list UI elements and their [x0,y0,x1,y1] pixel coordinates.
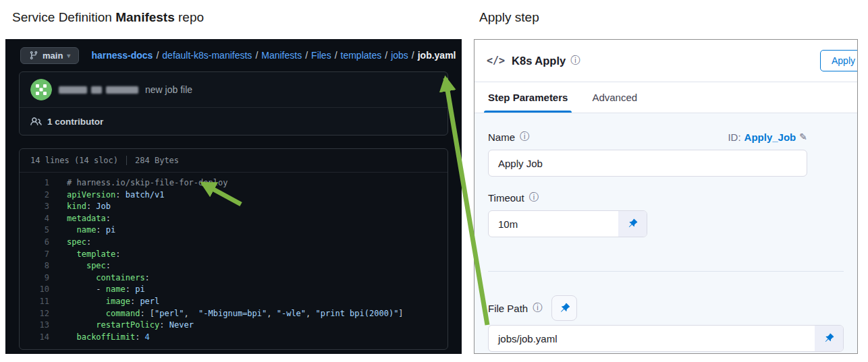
id-value-link[interactable]: Apply_Job [744,131,796,143]
timeout-pin-button[interactable] [618,211,647,237]
file-path-input-pin-button[interactable] [815,326,843,351]
code-content: kind: Job [67,201,111,213]
line-number[interactable]: 1 [20,177,49,189]
code-line: 3kind: Job [20,201,447,213]
code-line: 4metadata: [20,213,447,225]
breadcrumb-link[interactable]: default-k8s-manifests [162,50,252,61]
line-number[interactable]: 13 [20,320,49,332]
breadcrumb-separator: / [412,50,414,61]
info-icon[interactable]: ⓘ [520,131,529,143]
step-title: K8s Apply [512,55,566,67]
tab-advanced[interactable]: Advanced [592,82,637,113]
left-heading: Service Definition Manifests repo [12,10,204,25]
pin-icon [823,332,835,344]
breadcrumb-current-file: job.yaml [418,50,456,61]
people-icon [30,116,42,127]
line-number[interactable]: 2 [20,189,49,202]
branch-selector-button[interactable]: main ▾ [20,47,79,64]
github-topbar: main ▾ harness-docs/default-k8s-manifest… [5,39,462,71]
file-path-label: File Path [488,303,528,314]
breadcrumb-link[interactable]: jobs [391,50,408,61]
code-line: 12 command: ["perl", "-Mbignum=bpi", "-w… [20,308,447,320]
line-number[interactable]: 9 [20,272,49,284]
line-number[interactable]: 14 [20,332,49,344]
name-input[interactable]: Apply Job [488,150,807,177]
git-branch-icon [29,51,38,60]
code-line: 1# harness.io/skip-file-for-deploy [20,177,447,189]
code-content: spec: [67,237,91,249]
line-number[interactable]: 4 [20,213,49,225]
github-file-panel: main ▾ harness-docs/default-k8s-manifest… [5,39,462,354]
breadcrumb-link[interactable]: templates [341,50,382,61]
code-line: 9 containers: [20,272,447,284]
code-content: # harness.io/skip-file-for-deploy [67,177,227,189]
code-line: 14 backoffLimit: 4 [20,332,447,344]
breadcrumb: harness-docs/default-k8s-manifests/Manif… [91,50,456,61]
code-content: image: perl [67,296,159,308]
breadcrumb-link[interactable]: Files [311,50,331,61]
file-lines-count: 14 lines (14 sloc) [30,156,118,165]
info-icon[interactable]: ⓘ [570,55,580,67]
timeout-input[interactable]: 10m [488,210,647,237]
code-step-icon: </> [487,55,505,67]
code-content: command: ["perl", "-Mbignum=bpi", "-wle"… [67,308,404,320]
timeout-input-value: 10m [489,218,618,230]
commit-message-link[interactable]: new job file [145,84,192,95]
name-label-row: Name ⓘ [488,131,529,143]
code-content: metadata: [67,213,111,225]
step-id-block: ID: Apply_Job ✎ [728,131,807,143]
breadcrumb-link[interactable]: Manifests [261,50,302,61]
breadcrumb-separator: / [335,50,337,61]
file-path-input[interactable]: jobs/job.yaml [488,325,844,352]
code-line: 6spec: [20,237,447,249]
info-icon[interactable]: ⓘ [533,302,542,314]
name-label: Name [488,131,515,143]
name-id-row: Name ⓘ ID: Apply_Job ✎ [488,131,807,143]
tabs: Step ParametersAdvanced [474,82,857,113]
line-number[interactable]: 12 [20,308,49,320]
code-line: 7 template: [20,249,447,261]
code-line: 11 image: perl [20,296,447,308]
latest-commit-row: new job file [20,72,447,107]
file-path-pin-button[interactable] [551,295,577,321]
code-content: restartPolicy: Never [67,320,194,332]
pin-icon [626,218,639,230]
tab-step-parameters[interactable]: Step Parameters [488,82,568,113]
timeout-label-row: Timeout ⓘ [488,191,844,204]
line-number[interactable]: 11 [20,296,49,308]
line-number[interactable]: 6 [20,237,49,249]
line-number[interactable]: 10 [20,284,49,296]
code-content: containers: [67,272,150,284]
file-size: 284 Bytes [126,156,179,165]
line-number[interactable]: 7 [20,249,49,261]
breadcrumb-repo-link[interactable]: harness-docs [91,50,153,61]
apply-button[interactable]: Apply [820,50,858,71]
file-content-box: 14 lines (14 sloc) 284 Bytes 1# harness.… [19,148,448,350]
edit-pencil-icon[interactable]: ✎ [799,131,807,142]
step-header: </> K8s Apply ⓘ Apply [474,40,857,82]
screenshot-root: Service Definition Manifests repo Apply … [0,0,868,362]
line-number[interactable]: 8 [20,260,49,272]
step-parameters-body: Name ⓘ ID: Apply_Job ✎ Apply Job Timeout… [474,113,857,354]
k8s-apply-step-panel: </> K8s Apply ⓘ Apply Step ParametersAdv… [474,39,858,354]
file-path-input-value: jobs/job.yaml [489,333,815,344]
code-content: spec: [67,260,111,272]
info-icon[interactable]: ⓘ [529,191,539,204]
contributors-link[interactable]: 1 contributor [20,107,447,135]
code-content: template: [67,249,120,261]
id-prefix: ID: [728,131,740,143]
avatar[interactable] [30,79,52,100]
breadcrumb-separator: / [255,50,258,61]
line-number[interactable]: 3 [20,201,49,213]
contributors-label: 1 contributor [47,117,103,127]
line-number[interactable]: 5 [20,224,49,237]
code-content: name: pi [67,224,115,237]
code-line: 10 - name: pi [20,284,447,296]
redacted-username [59,86,138,94]
code-content: - name: pi [67,284,145,296]
chevron-down-icon: ▾ [67,52,70,59]
breadcrumb-separator: / [305,50,308,61]
breadcrumb-separator: / [156,50,159,61]
name-input-value: Apply Job [489,158,807,169]
code-line: 8 spec: [20,260,447,272]
